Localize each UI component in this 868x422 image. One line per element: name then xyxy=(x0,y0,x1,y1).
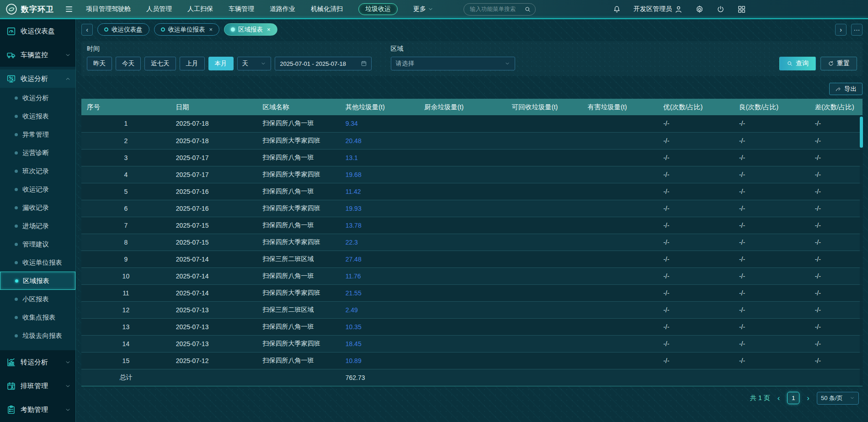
cell-other-waste-link[interactable]: 10.89 xyxy=(340,352,419,369)
cell-other-waste-link[interactable]: 22.3 xyxy=(340,234,419,251)
sidebar-subitem[interactable]: 管理建议 xyxy=(0,235,75,253)
table-scrollbar[interactable] xyxy=(860,116,863,386)
date-range-input[interactable]: 2025-07-01 - 2025-07-18 xyxy=(275,57,372,70)
sidebar-item[interactable]: 车辆监控 xyxy=(0,46,75,64)
apps-grid-icon[interactable] xyxy=(737,5,746,14)
bullet-icon xyxy=(15,96,18,100)
user-menu[interactable]: 开发区管理员 xyxy=(634,5,683,14)
query-button[interactable]: 查询 xyxy=(779,57,816,70)
tab[interactable]: 收运单位报表 × xyxy=(154,23,220,36)
sidebar-subitem[interactable]: 收运报表 xyxy=(0,107,75,125)
quick-range-button[interactable]: 上月 xyxy=(180,57,205,70)
cell-other-waste-link[interactable]: 10.35 xyxy=(340,318,419,335)
tab-close-icon[interactable]: × xyxy=(209,26,213,33)
tab-close-icon[interactable]: × xyxy=(267,26,271,33)
cell-other-waste-link[interactable]: 13.78 xyxy=(340,217,419,234)
sidebar-subitem[interactable]: 收集点报表 xyxy=(0,308,75,326)
cell-date: 2025-07-13 xyxy=(170,318,257,335)
tab-label: 区域报表 xyxy=(238,26,263,34)
search-input[interactable] xyxy=(470,6,524,12)
search-icon[interactable] xyxy=(524,6,531,13)
cell-other-waste-link[interactable]: 20.48 xyxy=(340,132,419,149)
time-filter-group: 时间 昨天今天近七天上月本月 天 2025-07-01 - 2025-07-18 xyxy=(87,45,372,70)
menu-toggle-icon[interactable] xyxy=(66,6,72,12)
cell-other-waste-link[interactable]: 19.68 xyxy=(340,166,419,183)
quick-range-button[interactable]: 今天 xyxy=(116,57,141,70)
top-nav-item[interactable]: 人员管理 xyxy=(146,4,172,15)
sidebar-subitem[interactable]: 漏收记录 xyxy=(0,198,75,217)
cell-bad-ratio: -/- xyxy=(809,115,863,132)
tabs-scroll-left-button[interactable]: ‹ xyxy=(81,24,93,36)
sidebar-item[interactable]: 考勤管理 xyxy=(0,401,75,419)
top-nav-item-label: 人员管理 xyxy=(146,5,172,13)
power-icon[interactable] xyxy=(716,5,725,14)
next-page-icon[interactable]: › xyxy=(807,394,809,402)
sidebar-subitem[interactable]: 异常管理 xyxy=(0,125,75,144)
quick-range-button[interactable]: 昨天 xyxy=(87,57,112,70)
cell-kitchen-waste xyxy=(419,284,506,301)
sidebar-item[interactable]: 转运分析 xyxy=(0,353,75,371)
bell-icon[interactable] xyxy=(612,5,621,14)
bullet-icon xyxy=(15,115,18,118)
cell-bad-ratio: -/- xyxy=(809,267,863,284)
export-button[interactable]: 导出 xyxy=(829,83,863,95)
top-nav-item[interactable]: 人工扫保 xyxy=(187,4,213,15)
region-select[interactable]: 请选择 xyxy=(391,57,515,70)
cell-other-waste-link[interactable]: 11.76 xyxy=(340,267,419,284)
sidebar-subitem[interactable]: 收运单位报表 xyxy=(0,253,75,272)
sidebar-subitem[interactable]: 小区报表 xyxy=(0,290,75,308)
tabs-scroll-right-button[interactable]: › xyxy=(835,24,847,36)
function-search[interactable] xyxy=(463,3,536,16)
top-nav-item[interactable]: 垃圾收运 xyxy=(358,3,398,15)
tab[interactable]: 收运仪表盘 xyxy=(97,23,149,36)
sidebar-item[interactable]: 排班管理 xyxy=(0,377,75,395)
cell-bad-ratio: -/- xyxy=(809,301,863,318)
sidebar-subitem[interactable]: 收运记录 xyxy=(0,180,75,198)
cell-kitchen-waste xyxy=(419,132,506,149)
top-nav-item[interactable]: 道路作业 xyxy=(270,4,295,15)
page-size-select[interactable]: 50 条/页 xyxy=(817,392,859,405)
scrollbar-thumb[interactable] xyxy=(860,117,863,148)
sidebar-subitem[interactable]: 收运分析 xyxy=(0,89,75,107)
cell-other-waste-link[interactable]: 2.49 xyxy=(340,301,419,318)
cell-excellent-ratio: -/- xyxy=(658,200,734,217)
cell-kitchen-waste xyxy=(419,335,506,352)
cell-other-waste-link[interactable]: 21.55 xyxy=(340,284,419,301)
refresh-icon xyxy=(828,60,834,67)
sidebar-subitem[interactable]: 区域报表 xyxy=(0,272,75,290)
sidebar-subitem[interactable]: 进场记录 xyxy=(0,217,75,235)
sidebar-subitem[interactable]: 班次记录 xyxy=(0,162,75,180)
cell-excellent-ratio: -/- xyxy=(658,335,734,352)
gear-icon[interactable] xyxy=(695,5,704,14)
cell-other-waste-link[interactable]: 9.34 xyxy=(340,115,419,132)
cell-index: 8 xyxy=(81,234,170,251)
sidebar-item-icon xyxy=(6,27,16,36)
tab[interactable]: 区域报表 × xyxy=(224,23,277,36)
sidebar-item[interactable]: 收运仪表盘 xyxy=(0,22,75,40)
quick-range-button[interactable]: 本月 xyxy=(208,57,234,70)
current-page-button[interactable]: 1 xyxy=(787,392,799,404)
cell-other-waste-link[interactable]: 13.1 xyxy=(340,149,419,166)
top-nav-item[interactable]: 车辆管理 xyxy=(229,4,254,15)
cell-other-waste-link[interactable]: 19.93 xyxy=(340,200,419,217)
cell-other-waste-link[interactable]: 27.48 xyxy=(340,251,419,267)
sidebar-subitem[interactable]: 垃圾去向报表 xyxy=(0,326,75,345)
cell-other-waste-link[interactable]: 11.42 xyxy=(340,183,419,200)
top-nav-item[interactable]: 更多 xyxy=(413,4,433,15)
cell-other-waste-link[interactable]: 18.45 xyxy=(340,335,419,352)
reset-button[interactable]: 重置 xyxy=(820,57,857,70)
cell-index: 9 xyxy=(81,251,170,267)
sidebar-subitem[interactable]: 运营诊断 xyxy=(0,144,75,162)
cell-kitchen-waste xyxy=(419,217,506,234)
top-nav-item[interactable]: 机械化清扫 xyxy=(311,4,343,15)
sidebar-item[interactable]: 收运分析 xyxy=(0,69,75,88)
top-nav-item[interactable]: 项目管理驾驶舱 xyxy=(86,4,131,15)
prev-page-icon[interactable]: ‹ xyxy=(777,394,780,402)
cell-excellent-ratio: -/- xyxy=(658,149,734,166)
cell-date: 2025-07-12 xyxy=(170,352,257,369)
tab-label: 收运单位报表 xyxy=(168,26,205,34)
quick-range-button[interactable]: 近七天 xyxy=(144,57,176,70)
sidebar-item-label: 排班管理 xyxy=(21,382,60,390)
time-unit-select[interactable]: 天 xyxy=(237,57,271,70)
tabs-more-button[interactable]: ··· xyxy=(851,24,863,36)
